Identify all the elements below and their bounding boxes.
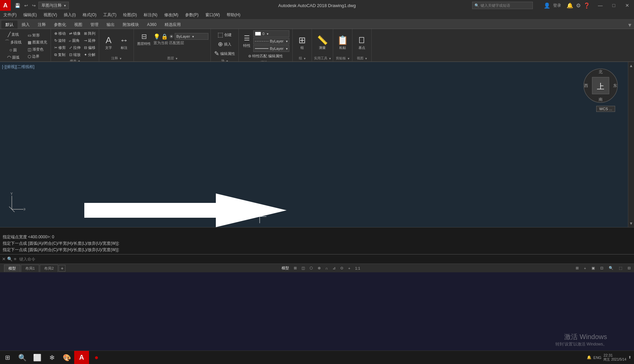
gradient-button[interactable]: ◫渐变色 bbox=[26, 46, 49, 53]
offset-button[interactable]: ⊟偏移 bbox=[83, 44, 97, 51]
taskbar-icon-app1[interactable]: ❄ bbox=[45, 351, 59, 364]
add-layout-button[interactable]: + bbox=[59, 265, 65, 272]
tab-annotate[interactable]: 注释 bbox=[34, 21, 50, 29]
clipboard-group-label[interactable]: 剪贴板 bbox=[336, 55, 349, 61]
canvas-area[interactable]: [-][俯视][二维线框] 上 北 南 东 西 WCS ... bbox=[0, 62, 634, 227]
search-taskbar-button[interactable]: 🔍 bbox=[15, 351, 30, 364]
status-lw[interactable]: + bbox=[346, 266, 352, 271]
explode-button[interactable]: ✦分解 bbox=[83, 52, 97, 58]
status-otrack[interactable]: ∩ bbox=[323, 266, 330, 271]
edit-attr-button[interactable]: ✎编辑属性 bbox=[213, 49, 236, 58]
tab-addins[interactable]: 附加模块 bbox=[119, 21, 143, 29]
tab-a360[interactable]: A360 bbox=[143, 21, 161, 29]
group-group-label[interactable]: 组 bbox=[299, 55, 306, 61]
line-button[interactable]: ╱ 直线 bbox=[6, 31, 20, 38]
start-button[interactable]: ⊞ bbox=[0, 351, 15, 364]
orbit-button[interactable]: ⬚ bbox=[617, 265, 624, 271]
menu-dimension[interactable]: 标注(N) bbox=[140, 11, 161, 19]
tab-insert[interactable]: 插入 bbox=[18, 21, 34, 29]
cmd-close-button[interactable]: ✕ bbox=[2, 256, 6, 262]
array-button[interactable]: ⊞阵列 bbox=[83, 30, 97, 37]
status-grid[interactable]: ⊞ bbox=[292, 265, 299, 271]
circle-button[interactable]: ○ 圆 bbox=[8, 47, 18, 53]
lineweight-dropdown[interactable]: ByLayer bbox=[253, 45, 289, 52]
taskbar-icon-app4[interactable]: ● bbox=[89, 351, 104, 364]
color-dropdown[interactable]: 0 bbox=[253, 30, 289, 37]
menu-modify[interactable]: 修改(M) bbox=[161, 11, 182, 19]
zoom-button[interactable]: 🔍 bbox=[607, 265, 615, 271]
maximize-button[interactable]: □ bbox=[607, 0, 621, 11]
rectangle-button[interactable]: ▭矩形 bbox=[26, 32, 49, 38]
linetype-dropdown[interactable]: ByLayer bbox=[253, 38, 289, 44]
menu-tools[interactable]: 工具(T) bbox=[100, 11, 120, 19]
workspace-dropdown[interactable]: 草图与注释 bbox=[38, 2, 69, 9]
annotation-group-label[interactable]: 注释 bbox=[111, 55, 121, 61]
status-polar[interactable]: ⬡ bbox=[308, 265, 315, 271]
taskbar-icon-autocad[interactable]: A bbox=[74, 351, 89, 364]
tab-layout1[interactable]: 布局1 bbox=[21, 265, 39, 272]
insert-block-button[interactable]: ⊕插入 bbox=[217, 40, 233, 49]
copy-button[interactable]: ⧉复制 bbox=[53, 52, 67, 58]
wcs-badge[interactable]: WCS ... bbox=[596, 106, 615, 112]
minimize-button[interactable]: — bbox=[594, 0, 607, 11]
paste-button[interactable]: 📋 粘贴 bbox=[335, 31, 350, 55]
taskbar-notify-icon[interactable]: 🔔 bbox=[587, 355, 592, 360]
tab-parametric[interactable]: 参数化 bbox=[50, 21, 70, 29]
menu-help[interactable]: 帮助(H) bbox=[223, 11, 244, 19]
view-group-label[interactable]: 视图 bbox=[357, 55, 367, 61]
menu-format[interactable]: 格式(O) bbox=[79, 11, 100, 19]
workspace-switch[interactable]: ⊞ bbox=[574, 265, 581, 271]
menu-insert[interactable]: 插入(I) bbox=[60, 11, 79, 19]
tab-view[interactable]: 视图 bbox=[70, 21, 86, 29]
navigation-compass[interactable]: 上 北 南 东 西 bbox=[582, 67, 619, 105]
app-icon[interactable]: A bbox=[0, 0, 11, 11]
undo-button[interactable]: ↩ bbox=[23, 2, 29, 9]
properties-group-label[interactable]: 特性 bbox=[261, 59, 271, 62]
utilities-group-label[interactable]: 实用工具 bbox=[314, 55, 331, 61]
status-dyn[interactable]: ⊙ bbox=[338, 265, 345, 271]
status-snap[interactable]: ◫ bbox=[299, 265, 307, 271]
save-button[interactable]: 💾 bbox=[13, 2, 22, 9]
trim-button[interactable]: ✂修剪 bbox=[53, 44, 67, 51]
viewport-scale[interactable]: ▣ bbox=[589, 265, 597, 271]
task-view-button[interactable]: ⬜ bbox=[30, 351, 45, 364]
rotate-button[interactable]: ↻旋转 bbox=[53, 37, 67, 44]
annotation-scale[interactable]: + bbox=[582, 266, 588, 271]
status-osnap[interactable]: ⊕ bbox=[316, 265, 323, 271]
modify-group-label[interactable]: 修改 bbox=[70, 58, 80, 62]
tab-default[interactable]: 默认 bbox=[1, 21, 18, 29]
layer-properties-button[interactable]: ⊟ 图层特性 bbox=[136, 32, 152, 47]
move-button[interactable]: ⊕移动 bbox=[53, 30, 67, 37]
fillet-button[interactable]: ⌐圆角 bbox=[68, 37, 82, 44]
text-button[interactable]: A 文字 bbox=[101, 31, 116, 55]
menu-draw[interactable]: 绘图(D) bbox=[120, 11, 140, 19]
menu-edit[interactable]: 编辑(E) bbox=[20, 11, 40, 19]
create-block-button[interactable]: ⬚创建 bbox=[216, 30, 233, 39]
properties-button[interactable]: ☰ 特性 bbox=[242, 33, 252, 49]
cmd-expand-button[interactable]: ≡ bbox=[14, 256, 17, 262]
tab-featured[interactable]: 精选应用 bbox=[161, 21, 185, 29]
menu-window[interactable]: 窗口(W) bbox=[202, 11, 223, 19]
extend-button[interactable]: ⊸延伸 bbox=[83, 37, 97, 44]
close-button[interactable]: ✕ bbox=[621, 0, 634, 11]
command-input[interactable] bbox=[18, 255, 632, 263]
status-ducs[interactable]: ⊿ bbox=[330, 265, 338, 271]
scale-button[interactable]: ⊡缩放 bbox=[68, 52, 82, 58]
tab-layout2[interactable]: 布局2 bbox=[40, 265, 58, 272]
tab-output[interactable]: 输出 bbox=[103, 21, 119, 29]
viewport-controls[interactable]: ⊟ bbox=[626, 265, 633, 271]
stretch-button[interactable]: ⤢拉伸 bbox=[68, 44, 82, 51]
base-view-button[interactable]: 🗌 基点 bbox=[354, 31, 369, 55]
notification-area[interactable]: ⬆ bbox=[628, 355, 631, 360]
layer-group-label[interactable]: 图层 bbox=[167, 55, 177, 61]
dimension-button[interactable]: ↔ 标注 bbox=[117, 31, 132, 55]
taskbar-icon-app2[interactable]: 🎨 bbox=[59, 351, 74, 364]
menu-params[interactable]: 参数(P) bbox=[182, 11, 202, 19]
block-group-label[interactable]: 块 bbox=[221, 58, 228, 62]
tab-manage[interactable]: 管理 bbox=[86, 21, 103, 29]
mirror-button[interactable]: ⇌镜像 bbox=[68, 30, 82, 37]
pan-button[interactable]: ⊡ bbox=[598, 265, 605, 271]
measure-button[interactable]: 📏 测量 bbox=[315, 31, 330, 55]
match-properties-button[interactable]: ⊜特性匹配 编辑属性 bbox=[247, 53, 284, 59]
status-model[interactable]: 模型 bbox=[280, 265, 291, 271]
